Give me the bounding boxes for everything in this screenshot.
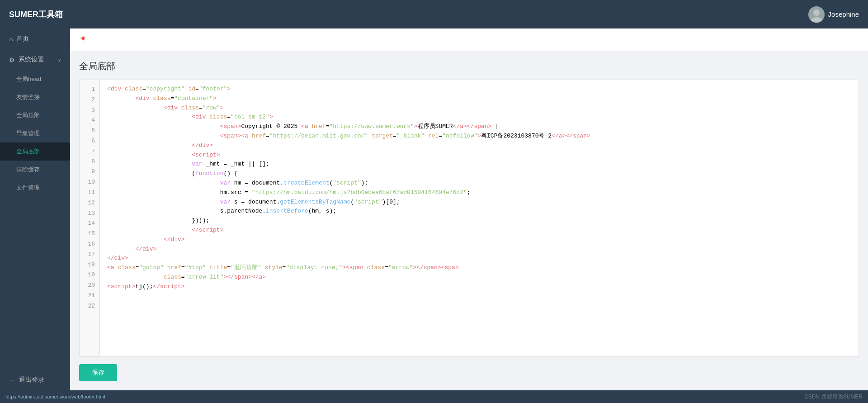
sidebar-item-home[interactable]: ⌂ 首页 bbox=[0, 28, 70, 49]
code-line: var s = document.getElementsByTagName("s… bbox=[107, 198, 851, 207]
code-line: <span>Copyright © 2025 <a href="https://… bbox=[107, 122, 851, 132]
user-info: Josephine bbox=[808, 6, 859, 23]
code-line: </script> bbox=[107, 226, 851, 235]
line-number: 13 bbox=[80, 209, 99, 219]
avatar bbox=[808, 6, 825, 23]
sidebar-item-file-manage[interactable]: 文件管理 bbox=[0, 179, 70, 197]
line-number: 2 bbox=[80, 95, 99, 105]
code-line: var hm = document.createElement("script"… bbox=[107, 179, 851, 188]
sidebar-item-label: 首页 bbox=[16, 35, 29, 43]
sidebar-sub-label: 全局顶部 bbox=[16, 112, 40, 119]
code-line: class="arrow lit"></span></a> bbox=[107, 273, 851, 282]
line-number: 7 bbox=[80, 147, 99, 157]
page-title: 全局底部 bbox=[79, 60, 859, 72]
code-line: </div> bbox=[107, 141, 851, 151]
line-number: 11 bbox=[80, 188, 99, 198]
line-number: 4 bbox=[80, 115, 99, 126]
code-line: })(); bbox=[107, 216, 851, 226]
code-line: s.parentNode.insertBefore(hm, s); bbox=[107, 207, 851, 216]
line-number: 8 bbox=[80, 157, 99, 167]
line-number: 3 bbox=[80, 105, 99, 116]
sidebar-sub-label: 导航管理 bbox=[16, 130, 40, 137]
code-line: <script> bbox=[107, 151, 851, 160]
line-number: 22 bbox=[80, 301, 99, 312]
code-line: hm.src = "https://hm.baidu.com/hm.js?bdb… bbox=[107, 188, 851, 198]
line-number: 12 bbox=[80, 198, 99, 209]
code-line: <div class="col-sm-12"> bbox=[107, 113, 851, 122]
status-url: https://admin.tool.sumer.work/web/footer… bbox=[5, 394, 105, 399]
main-layout: ⌂ 首页 ⚙ 系统设置 ∨ 全局head 友情连接 全局顶部 导航管理 全局底部… bbox=[0, 28, 868, 390]
username-label: Josephine bbox=[828, 10, 859, 18]
status-bar: https://admin.tool.sumer.work/web/footer… bbox=[0, 390, 868, 403]
code-editor[interactable]: 12345678910111213141516171819202122 <div… bbox=[79, 80, 859, 357]
sidebar-item-friendlinks[interactable]: 友情连接 bbox=[0, 88, 70, 106]
sidebar-sub-label: 全局底部 bbox=[16, 148, 40, 155]
footer-actions: 保存 bbox=[79, 357, 859, 381]
code-line: <div class="container"> bbox=[107, 94, 851, 104]
save-button[interactable]: 保存 bbox=[79, 364, 117, 381]
sidebar-item-nav-manage[interactable]: 导航管理 bbox=[0, 124, 70, 142]
status-brand: CSDN @程序员SUMER bbox=[804, 393, 863, 401]
line-number: 1 bbox=[80, 85, 99, 95]
gear-icon: ⚙ bbox=[9, 56, 15, 63]
line-number: 19 bbox=[80, 270, 99, 280]
app-header: SUMER工具箱 Josephine bbox=[0, 0, 868, 28]
svg-point-1 bbox=[813, 9, 820, 16]
line-number: 17 bbox=[80, 250, 99, 260]
sidebar-sub-label: 文件管理 bbox=[16, 184, 40, 191]
sidebar-item-label: 系统设置 bbox=[19, 56, 44, 64]
content-area: 📍 全局底部 123456789101112131415161718192021… bbox=[70, 28, 868, 390]
code-line: <div class="copyright" id="footer"> bbox=[107, 85, 851, 94]
code-line: (function() { bbox=[107, 169, 851, 179]
logout-button[interactable]: ← 退出登录 bbox=[0, 370, 70, 390]
content-header: 📍 bbox=[70, 28, 868, 51]
logout-label: 退出登录 bbox=[19, 376, 44, 384]
line-number: 15 bbox=[80, 229, 99, 239]
line-number: 14 bbox=[80, 218, 99, 229]
location-icon: 📍 bbox=[79, 36, 87, 43]
code-line: <script>tj();</script> bbox=[107, 282, 851, 292]
sidebar-sub-label: 友情连接 bbox=[16, 94, 40, 100]
code-line: </div> bbox=[107, 254, 851, 263]
code-line: <span><a href="https://beian.miit.gov.cn… bbox=[107, 132, 851, 141]
sidebar-item-settings[interactable]: ⚙ 系统设置 ∨ bbox=[0, 49, 70, 70]
sidebar-item-global-footer[interactable]: 全局底部 bbox=[0, 142, 70, 161]
line-number: 9 bbox=[80, 167, 99, 177]
sidebar-sub-label: 清除缓存 bbox=[16, 166, 40, 173]
code-content[interactable]: <div class="copyright" id="footer"> <div… bbox=[100, 80, 859, 356]
line-number: 5 bbox=[80, 126, 99, 136]
logout-icon: ← bbox=[9, 376, 15, 384]
code-line: </div> bbox=[107, 235, 851, 245]
sidebar-item-global-head[interactable]: 全局head bbox=[0, 70, 70, 88]
line-number: 16 bbox=[80, 239, 99, 250]
code-line: <div class="row"> bbox=[107, 104, 851, 113]
sidebar-sub-label: 全局head bbox=[16, 76, 41, 82]
home-icon: ⌂ bbox=[9, 35, 13, 43]
sidebar: ⌂ 首页 ⚙ 系统设置 ∨ 全局head 友情连接 全局顶部 导航管理 全局底部… bbox=[0, 28, 70, 390]
code-line: </div> bbox=[107, 245, 851, 254]
line-number: 6 bbox=[80, 136, 99, 147]
code-line: <a class="gotop" href="#top" title="返回顶部… bbox=[107, 263, 851, 273]
line-number: 20 bbox=[80, 280, 99, 291]
sidebar-item-global-top[interactable]: 全局顶部 bbox=[0, 106, 70, 124]
sidebar-item-clear-cache[interactable]: 清除缓存 bbox=[0, 161, 70, 179]
line-number: 10 bbox=[80, 177, 99, 188]
chevron-down-icon: ∨ bbox=[58, 57, 61, 62]
app-logo: SUMER工具箱 bbox=[9, 9, 63, 20]
line-numbers: 12345678910111213141516171819202122 bbox=[80, 80, 100, 356]
content-body: 全局底部 12345678910111213141516171819202122… bbox=[70, 51, 868, 390]
line-number: 18 bbox=[80, 260, 99, 270]
line-number: 21 bbox=[80, 291, 99, 301]
code-line: var _hmt = _hmt || []; bbox=[107, 160, 851, 169]
